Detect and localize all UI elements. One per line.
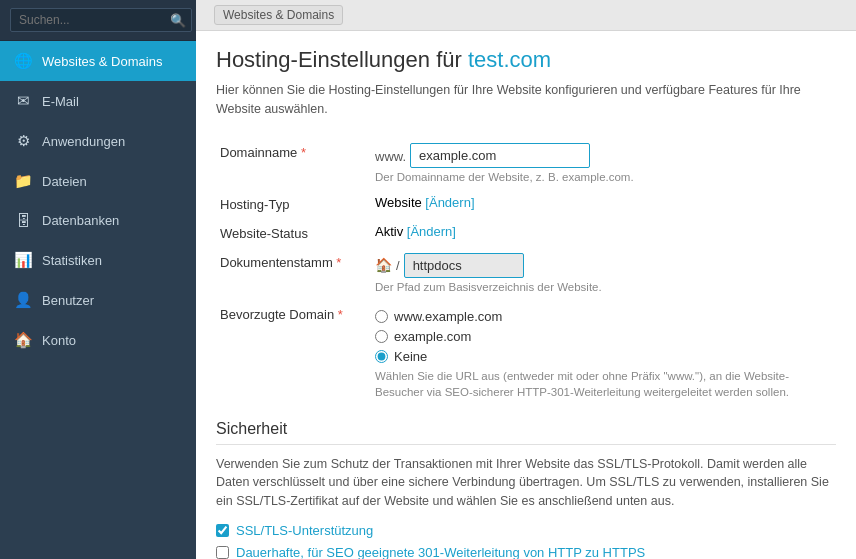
- ssl-checkbox-item: SSL/TLS-Unterstützung: [216, 523, 836, 538]
- databases-icon: 🗄: [14, 212, 32, 229]
- sidebar-item-stats[interactable]: 📊 Statistiken: [0, 240, 196, 280]
- www-prefix: www.: [375, 146, 406, 164]
- radio-www[interactable]: www.example.com: [375, 309, 832, 324]
- website-status-row: Website-Status Aktiv [Ändern]: [216, 218, 836, 247]
- sidebar-item-databases-label: Datenbanken: [42, 213, 119, 228]
- security-intro-text: Verwenden Sie zum Schutz der Transaktion…: [216, 455, 836, 511]
- radio-none[interactable]: Keine: [375, 349, 832, 364]
- doc-root-label: Dokumentenstamm *: [216, 247, 371, 299]
- sidebar-item-users-label: Benutzer: [42, 293, 94, 308]
- sidebar-item-account[interactable]: 🏠 Konto: [0, 320, 196, 360]
- sidebar-item-websites-label: Websites & Domains: [42, 54, 162, 69]
- stats-icon: 📊: [14, 251, 32, 269]
- sidebar-item-files-label: Dateien: [42, 174, 87, 189]
- radio-nowww-input[interactable]: [375, 330, 388, 343]
- intro-text: Hier können Sie die Hosting-Einstellunge…: [216, 81, 836, 119]
- radio-nowww[interactable]: example.com: [375, 329, 832, 344]
- domain-hint: Der Domainname der Website, z. B. exampl…: [375, 171, 832, 183]
- home-icon: 🏠: [375, 257, 392, 273]
- doc-root-row: Dokumentenstamm * 🏠 / Der Pfad zum Basis…: [216, 247, 836, 299]
- redirect-label: Dauerhafte, für SEO geeignete 301-Weiter…: [236, 545, 645, 559]
- required-star-3: *: [338, 307, 343, 322]
- ssl-label: SSL/TLS-Unterstützung: [236, 523, 373, 538]
- files-icon: 📁: [14, 172, 32, 190]
- sidebar-item-email[interactable]: ✉ E-Mail: [0, 81, 196, 121]
- domain-label: Domainname *: [216, 137, 371, 189]
- radio-nowww-label: example.com: [394, 329, 471, 344]
- sidebar-item-files[interactable]: 📁 Dateien: [0, 161, 196, 201]
- search-input[interactable]: [10, 8, 192, 32]
- sidebar-item-databases[interactable]: 🗄 Datenbanken: [0, 201, 196, 240]
- hosting-form: Domainname * www. Der Domainname der Web…: [216, 137, 836, 406]
- security-section-title: Sicherheit: [216, 420, 836, 445]
- page-title-prefix: Hosting-Einstellungen für: [216, 47, 468, 72]
- website-status-change-link[interactable]: [Ändern]: [407, 224, 456, 239]
- hosting-type-value-cell: Website [Ändern]: [371, 189, 836, 218]
- redirect-checkbox-item: Dauerhafte, für SEO geeignete 301-Weiter…: [216, 545, 836, 559]
- redirect-checkbox[interactable]: [216, 546, 229, 559]
- radio-none-input[interactable]: [375, 350, 388, 363]
- radio-www-input[interactable]: [375, 310, 388, 323]
- sidebar-item-apps[interactable]: ⚙ Anwendungen: [0, 121, 196, 161]
- breadcrumb-tag: Websites & Domains: [214, 5, 343, 25]
- website-status-label: Website-Status: [216, 218, 371, 247]
- hosting-type-change-link[interactable]: [Ändern]: [425, 195, 474, 210]
- preferred-domain-value-cell: www.example.com example.com Keine: [371, 299, 836, 406]
- preferred-domain-hint: Wählen Sie die URL aus (entweder mit ode…: [375, 368, 805, 400]
- slash: /: [396, 258, 400, 273]
- sidebar-item-users[interactable]: 👤 Benutzer: [0, 280, 196, 320]
- hosting-type-value: Website: [375, 195, 422, 210]
- websites-icon: 🌐: [14, 52, 32, 70]
- sidebar: 🔍 🌐 Websites & Domains ✉ E-Mail ⚙ Anwend…: [0, 0, 196, 559]
- doc-root-hint: Der Pfad zum Basisverzeichnis der Websit…: [375, 281, 832, 293]
- preferred-domain-radio-group: www.example.com example.com Keine: [375, 305, 832, 364]
- required-star: *: [301, 145, 306, 160]
- email-icon: ✉: [14, 92, 32, 110]
- domain-value-cell: www. Der Domainname der Website, z. B. e…: [371, 137, 836, 189]
- hosting-type-row: Hosting-Typ Website [Ändern]: [216, 189, 836, 218]
- account-icon: 🏠: [14, 331, 32, 349]
- main-content: Websites & Domains Hosting-Einstellungen…: [196, 0, 856, 559]
- doc-root-value-cell: 🏠 / Der Pfad zum Basisverzeichnis der We…: [371, 247, 836, 299]
- preferred-domain-row: Bevorzugte Domain * www.example.com exam…: [216, 299, 836, 406]
- ssl-checkbox[interactable]: [216, 524, 229, 537]
- website-status-value-cell: Aktiv [Ändern]: [371, 218, 836, 247]
- page-title: Hosting-Einstellungen für test.com: [216, 47, 836, 73]
- apps-icon: ⚙: [14, 132, 32, 150]
- required-star-2: *: [336, 255, 341, 270]
- website-status-value: Aktiv: [375, 224, 403, 239]
- doc-root-wrap: 🏠 /: [375, 253, 832, 278]
- content-area: Hosting-Einstellungen für test.com Hier …: [196, 31, 856, 559]
- radio-www-label: www.example.com: [394, 309, 502, 324]
- sidebar-item-websites[interactable]: 🌐 Websites & Domains: [0, 41, 196, 81]
- sidebar-item-email-label: E-Mail: [42, 94, 79, 109]
- domain-input-wrap: www.: [375, 143, 832, 168]
- radio-none-label: Keine: [394, 349, 427, 364]
- hosting-type-label: Hosting-Typ: [216, 189, 371, 218]
- doc-root-input[interactable]: [404, 253, 524, 278]
- preferred-domain-label: Bevorzugte Domain *: [216, 299, 371, 406]
- domain-row: Domainname * www. Der Domainname der Web…: [216, 137, 836, 189]
- sidebar-item-stats-label: Statistiken: [42, 253, 102, 268]
- breadcrumb: Websites & Domains: [196, 0, 856, 31]
- sidebar-item-account-label: Konto: [42, 333, 76, 348]
- domain-input[interactable]: [410, 143, 590, 168]
- search-box: 🔍: [0, 0, 196, 41]
- users-icon: 👤: [14, 291, 32, 309]
- sidebar-item-apps-label: Anwendungen: [42, 134, 125, 149]
- domain-name-heading: test.com: [468, 47, 551, 72]
